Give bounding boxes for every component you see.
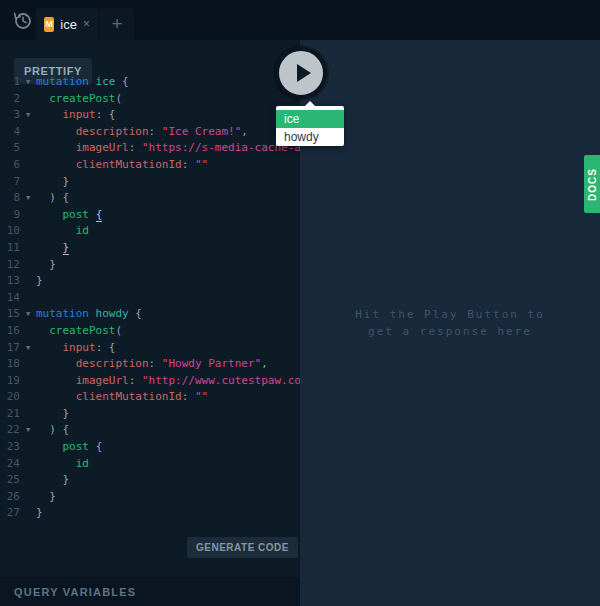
editor-line[interactable]: 18 description: "Howdy Partner", bbox=[0, 356, 300, 373]
editor-line[interactable]: 20 clientMutationId: "" bbox=[0, 389, 300, 406]
history-button[interactable] bbox=[10, 8, 36, 34]
fold-gutter bbox=[20, 323, 36, 340]
fold-arrow-icon[interactable]: ▼ bbox=[20, 306, 36, 323]
editor-line[interactable]: 19 imageUrl: "http://www.cutestpaw.com/w… bbox=[0, 373, 300, 390]
editor-line[interactable]: 14 bbox=[0, 290, 300, 307]
code-text: } bbox=[36, 273, 43, 290]
fold-arrow-icon[interactable]: ▼ bbox=[20, 107, 36, 124]
editor-line[interactable]: 1▼mutation ice { bbox=[0, 74, 300, 91]
editor-line[interactable]: 10 id bbox=[0, 223, 300, 240]
play-icon bbox=[297, 64, 311, 82]
line-number: 23 bbox=[0, 439, 20, 456]
line-number: 22 bbox=[0, 422, 20, 439]
line-number: 17 bbox=[0, 340, 20, 357]
code-text: input: { bbox=[36, 107, 116, 124]
tab-title: ice bbox=[60, 17, 77, 32]
code-text: imageUrl: "https://s-media-cache-ak0.pin bbox=[36, 140, 300, 157]
fold-arrow-icon[interactable]: ▼ bbox=[20, 74, 36, 91]
editor-line[interactable]: 25 } bbox=[0, 472, 300, 489]
line-number: 21 bbox=[0, 406, 20, 423]
line-number: 12 bbox=[0, 257, 20, 274]
query-variables-bar[interactable]: QUERY VARIABLES bbox=[0, 577, 300, 606]
editor-line[interactable]: 12 } bbox=[0, 257, 300, 274]
fold-arrow-icon[interactable]: ▼ bbox=[20, 422, 36, 439]
editor-line[interactable]: 8▼ ) { bbox=[0, 190, 300, 207]
line-number: 20 bbox=[0, 389, 20, 406]
history-icon bbox=[10, 20, 36, 37]
editor-line[interactable]: 4 description: "Ice Cream!", bbox=[0, 124, 300, 141]
fold-gutter bbox=[20, 472, 36, 489]
editor-line[interactable]: 9 post { bbox=[0, 207, 300, 224]
editor-line[interactable]: 24 id bbox=[0, 456, 300, 473]
docs-tab[interactable]: DOCS bbox=[584, 155, 600, 213]
line-number: 19 bbox=[0, 373, 20, 390]
editor-line[interactable]: 21 } bbox=[0, 406, 300, 423]
line-number: 1 bbox=[0, 74, 20, 91]
line-number: 27 bbox=[0, 505, 20, 522]
generate-code-button[interactable]: GENERATE CODE bbox=[187, 537, 298, 558]
code-text: ) { bbox=[36, 422, 69, 439]
fold-gutter bbox=[20, 174, 36, 191]
code-text: } bbox=[36, 174, 69, 191]
code-text: post { bbox=[36, 439, 102, 456]
fold-gutter bbox=[20, 373, 36, 390]
dropdown-item-howdy[interactable]: howdy bbox=[276, 128, 344, 146]
docs-tab-label: DOCS bbox=[587, 168, 598, 201]
dropdown-item-ice[interactable]: ice bbox=[276, 110, 344, 128]
line-number: 10 bbox=[0, 223, 20, 240]
editor-line[interactable]: 15▼mutation howdy { bbox=[0, 306, 300, 323]
line-number: 6 bbox=[0, 157, 20, 174]
line-number: 16 bbox=[0, 323, 20, 340]
editor-line[interactable]: 13} bbox=[0, 273, 300, 290]
query-editor[interactable]: 1▼mutation ice {2 createPost(3▼ input: {… bbox=[0, 74, 300, 537]
code-text: id bbox=[36, 223, 89, 240]
editor-line[interactable]: 6 clientMutationId: "" bbox=[0, 157, 300, 174]
fold-arrow-icon[interactable]: ▼ bbox=[20, 340, 36, 357]
operation-dropdown: icehowdy bbox=[276, 106, 344, 146]
line-number: 26 bbox=[0, 489, 20, 506]
tab-bar: M ice × + bbox=[0, 0, 600, 40]
tab-ice[interactable]: M ice × bbox=[36, 8, 98, 40]
editor-line[interactable]: 2 createPost( bbox=[0, 91, 300, 108]
code-text: } bbox=[36, 472, 69, 489]
editor-line[interactable]: 7 } bbox=[0, 174, 300, 191]
line-number: 5 bbox=[0, 140, 20, 157]
code-text: imageUrl: "http://www.cutestpaw.com/wp-c bbox=[36, 373, 300, 390]
tab-close-icon[interactable]: × bbox=[83, 17, 90, 31]
fold-gutter bbox=[20, 290, 36, 307]
fold-gutter bbox=[20, 91, 36, 108]
fold-gutter bbox=[20, 439, 36, 456]
fold-gutter bbox=[20, 356, 36, 373]
editor-line[interactable]: 16 createPost( bbox=[0, 323, 300, 340]
code-text: mutation ice { bbox=[36, 74, 129, 91]
code-text: } bbox=[36, 489, 56, 506]
line-number: 15 bbox=[0, 306, 20, 323]
editor-line[interactable]: 22▼ ) { bbox=[0, 422, 300, 439]
play-button[interactable] bbox=[275, 47, 327, 99]
line-number: 2 bbox=[0, 91, 20, 108]
editor-line[interactable]: 26 } bbox=[0, 489, 300, 506]
fold-gutter bbox=[20, 273, 36, 290]
code-text: input: { bbox=[36, 340, 116, 357]
fold-gutter bbox=[20, 257, 36, 274]
code-text: clientMutationId: "" bbox=[36, 157, 208, 174]
fold-arrow-icon[interactable]: ▼ bbox=[20, 190, 36, 207]
editor-line[interactable]: 17▼ input: { bbox=[0, 340, 300, 357]
line-number: 7 bbox=[0, 174, 20, 191]
editor-line[interactable]: 23 post { bbox=[0, 439, 300, 456]
editor-line[interactable]: 5 imageUrl: "https://s-media-cache-ak0.p… bbox=[0, 140, 300, 157]
code-text: createPost( bbox=[36, 91, 122, 108]
line-number: 13 bbox=[0, 273, 20, 290]
line-number: 3 bbox=[0, 107, 20, 124]
query-variables-label: QUERY VARIABLES bbox=[14, 586, 136, 598]
fold-gutter bbox=[20, 406, 36, 423]
code-text: clientMutationId: "" bbox=[36, 389, 208, 406]
fold-gutter bbox=[20, 505, 36, 522]
response-placeholder: Hit the Play Button to get a response he… bbox=[300, 306, 600, 340]
editor-line[interactable]: 27} bbox=[0, 505, 300, 522]
editor-line[interactable]: 11 } bbox=[0, 240, 300, 257]
code-text: id bbox=[36, 456, 89, 473]
editor-line[interactable]: 3▼ input: { bbox=[0, 107, 300, 124]
new-tab-button[interactable]: + bbox=[100, 8, 134, 40]
fold-gutter bbox=[20, 124, 36, 141]
